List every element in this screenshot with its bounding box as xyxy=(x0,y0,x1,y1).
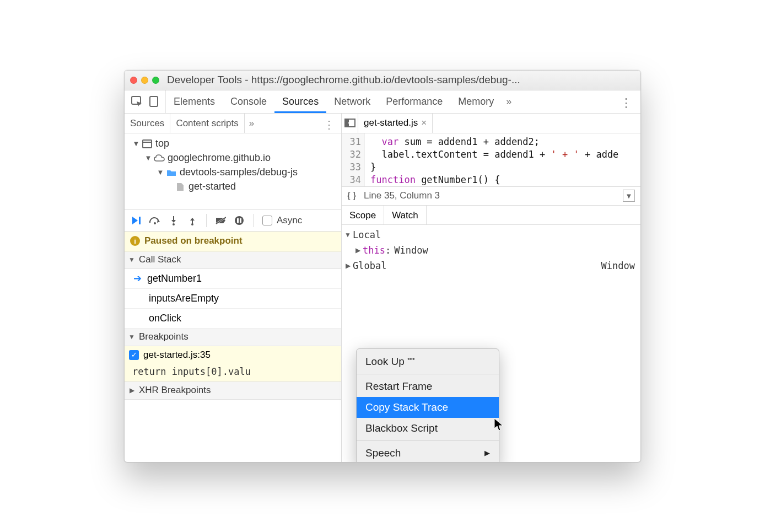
device-toggle-icon[interactable] xyxy=(149,96,159,107)
tab-console[interactable]: Console xyxy=(223,90,274,113)
context-menu: Look Up "" Restart Frame Copy Stack Trac… xyxy=(356,348,499,463)
svg-rect-2 xyxy=(143,140,152,148)
twisty-down-icon xyxy=(144,154,152,162)
async-checkbox[interactable]: Async xyxy=(262,215,302,226)
ctx-lookup[interactable]: Look Up "" xyxy=(357,351,499,372)
devtools-top-toolbar: Elements Console Sources Network Perform… xyxy=(125,90,640,114)
devtools-menu-icon[interactable]: ⋮ xyxy=(612,90,640,113)
tree-domain[interactable]: googlechrome.github.io xyxy=(127,151,339,165)
scope-body: Local this: Window Global Window xyxy=(342,225,640,276)
breakpoint-code: return inputs[0].valu xyxy=(125,364,341,382)
callstack-title: Call Stack xyxy=(139,254,181,265)
tab-performance[interactable]: Performance xyxy=(378,90,450,113)
navtabs-overflow-icon[interactable]: » xyxy=(245,114,258,133)
ctx-blackbox-script[interactable]: Blackbox Script xyxy=(357,418,499,439)
tree-folder-label: devtools-samples/debug-js xyxy=(180,166,298,178)
scope-global[interactable]: Global Window xyxy=(342,258,640,273)
svg-rect-13 xyxy=(237,218,239,223)
tab-network[interactable]: Network xyxy=(326,90,378,113)
callstack-header[interactable]: Call Stack xyxy=(125,251,341,269)
navigator-pane: Sources Content scripts » ⋮ top xyxy=(125,114,342,462)
step-into-icon[interactable] xyxy=(166,214,181,227)
tree-domain-label: googlechrome.github.io xyxy=(168,152,271,164)
tree-file[interactable]: get-started xyxy=(127,180,339,194)
checkbox-icon xyxy=(262,216,272,225)
titlebar: Developer Tools - https://googlechrome.g… xyxy=(125,71,640,90)
svg-point-5 xyxy=(154,222,156,224)
twisty-right-icon xyxy=(128,386,136,394)
paused-text: Paused on breakpoint xyxy=(144,235,243,246)
tab-scope[interactable]: Scope xyxy=(342,206,384,224)
tab-memory[interactable]: Memory xyxy=(450,90,502,113)
ctx-copy-stack-trace[interactable]: Copy Stack Trace xyxy=(357,397,499,418)
nav-panel-toggle-icon[interactable] xyxy=(342,113,358,133)
line-numbers: 31323334 xyxy=(342,133,365,186)
navtab-sources[interactable]: Sources xyxy=(125,114,170,133)
tab-watch[interactable]: Watch xyxy=(384,206,427,224)
deactivate-breakpoints-icon[interactable] xyxy=(213,214,228,227)
twisty-down-icon xyxy=(128,256,136,264)
tree-top[interactable]: top xyxy=(127,137,339,151)
devtools-tabs: Elements Console Sources Network Perform… xyxy=(166,90,612,113)
svg-point-7 xyxy=(173,223,175,225)
close-tab-icon[interactable]: × xyxy=(421,117,427,128)
step-over-icon[interactable] xyxy=(148,214,162,227)
navtab-content-scripts[interactable]: Content scripts xyxy=(170,114,244,133)
twisty-down-icon xyxy=(132,139,140,148)
twisty-right-icon xyxy=(344,262,352,270)
editor-tabs: get-started.js × xyxy=(342,114,640,133)
tab-sources[interactable]: Sources xyxy=(274,90,326,113)
inspect-element-icon[interactable] xyxy=(131,96,142,107)
chevron-down-icon[interactable]: ▼ xyxy=(623,190,635,202)
window-icon xyxy=(141,139,153,149)
xhr-breakpoints-header[interactable]: XHR Breakpoints xyxy=(125,382,341,400)
maximize-window-button[interactable] xyxy=(152,77,159,84)
tree-folder[interactable]: devtools-samples/debug-js xyxy=(127,165,339,180)
paused-banner: i Paused on breakpoint xyxy=(125,232,341,251)
tab-elements[interactable]: Elements xyxy=(166,90,223,113)
editor-statusbar: { } Line 35, Column 3 ▼ xyxy=(342,186,640,205)
resume-icon[interactable] xyxy=(129,214,143,227)
twisty-down-icon xyxy=(128,333,136,341)
svg-point-9 xyxy=(191,223,193,225)
editor-filename: get-started.js xyxy=(364,117,418,128)
tree-top-label: top xyxy=(155,138,169,149)
callstack-list: ➔ getNumber1 inputsAreEmpty onClick xyxy=(125,269,341,329)
tree-file-label: get-started xyxy=(188,181,236,192)
breakpoints-list: ✓ get-started.js:35 return inputs[0].val… xyxy=(125,346,341,382)
cursor-position: Line 35, Column 3 xyxy=(364,190,440,201)
close-window-button[interactable] xyxy=(130,77,137,84)
debugger-toolbar: Async xyxy=(125,209,341,232)
callstack-frame-current[interactable]: ➔ getNumber1 xyxy=(125,269,341,289)
ctx-restart-frame[interactable]: Restart Frame xyxy=(357,376,499,397)
mouse-cursor-icon xyxy=(494,418,504,431)
file-icon xyxy=(174,182,186,192)
breakpoint-row[interactable]: ✓ get-started.js:35 xyxy=(125,346,341,364)
minimize-window-button[interactable] xyxy=(141,77,148,84)
breakpoints-title: Breakpoints xyxy=(139,331,188,342)
editor-tab-file[interactable]: get-started.js × xyxy=(358,113,433,133)
checkbox-checked-icon[interactable]: ✓ xyxy=(129,350,139,360)
twisty-right-icon xyxy=(354,246,362,254)
scope-this[interactable]: this: Window xyxy=(342,243,640,258)
tabs-overflow-icon[interactable]: » xyxy=(502,90,516,113)
devtools-window: Developer Tools - https://googlechrome.g… xyxy=(124,70,641,463)
scope-local[interactable]: Local xyxy=(342,227,640,243)
svg-point-12 xyxy=(235,216,244,225)
callstack-frame[interactable]: onClick xyxy=(125,309,341,329)
folder-icon xyxy=(165,168,177,178)
ctx-speech[interactable]: Speech xyxy=(357,443,499,463)
svg-rect-14 xyxy=(240,218,241,223)
scope-watch-tabs: Scope Watch xyxy=(342,205,640,225)
arrow-right-icon: ➔ xyxy=(133,272,142,284)
navigator-tabs: Sources Content scripts » ⋮ xyxy=(125,114,341,133)
code-editor[interactable]: 31323334 var sum = addend1 + addend2; la… xyxy=(342,133,640,186)
step-out-icon[interactable] xyxy=(185,214,200,227)
format-icon[interactable]: { } xyxy=(347,190,356,201)
callstack-frame[interactable]: inputsAreEmpty xyxy=(125,289,341,309)
navigator-menu-icon[interactable]: ⋮ xyxy=(317,114,341,133)
svg-rect-4 xyxy=(139,217,141,224)
breakpoints-header[interactable]: Breakpoints xyxy=(125,329,341,346)
pause-on-exceptions-icon[interactable] xyxy=(232,214,246,227)
xhr-breakpoints-title: XHR Breakpoints xyxy=(139,385,211,396)
